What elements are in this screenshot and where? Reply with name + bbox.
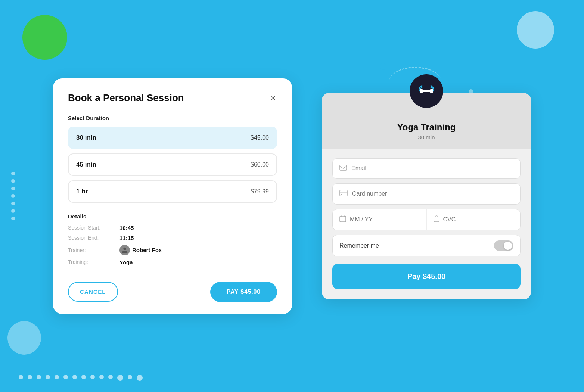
svg-rect-9: [434, 218, 439, 222]
fitness-icon: [417, 84, 436, 99]
expiry-field-wrap: [333, 209, 427, 230]
remember-me-row: Remember me: [332, 235, 521, 256]
card-body: Remember me Pay $45.00: [322, 149, 531, 299]
details-section: Details Session Start: 10:45 Session End…: [68, 213, 277, 265]
card-session-title: Yoga Training: [329, 122, 524, 133]
svg-rect-8: [340, 216, 346, 222]
pay-button-left[interactable]: PAY $45.00: [210, 282, 277, 302]
duration-option-1hr[interactable]: 1 hr $79.99: [68, 180, 277, 203]
detail-row-end: Session End: 11:15: [68, 235, 277, 241]
detail-key-end: Session End:: [68, 235, 117, 241]
card-header: Yoga Training 30 min: [322, 93, 531, 149]
lock-icon: [434, 215, 439, 224]
details-section-label: Details: [68, 213, 277, 220]
bg-blob-green: [22, 15, 67, 60]
remember-me-label: Remember me: [339, 242, 379, 249]
detail-key-start: Session Start:: [68, 225, 117, 231]
bg-blob-light-blue: [7, 321, 41, 355]
trainer-avatar: [119, 245, 130, 255]
payment-card-container: Yoga Training 30 min: [322, 93, 531, 299]
card-icon-wrap: [410, 74, 443, 108]
booking-modal: Book a Personal Session × Select Duratio…: [53, 78, 292, 314]
card-expiry-cvc-row: [332, 209, 521, 230]
email-icon: [339, 165, 347, 172]
detail-val-trainer: Robert Fox: [119, 245, 162, 255]
email-input[interactable]: [351, 165, 513, 172]
main-layout: Book a Personal Session × Select Duratio…: [53, 78, 531, 314]
duration-option-45min[interactable]: 45 min $60.00: [68, 153, 277, 176]
duration-section-label: Select Duration: [68, 115, 277, 121]
arc-dot-left: [380, 63, 386, 70]
side-dots: [11, 172, 15, 220]
toggle-knob: [504, 242, 512, 250]
svg-rect-1: [422, 90, 431, 92]
duration-price-30: $45.00: [251, 134, 269, 141]
card-number-input[interactable]: [352, 190, 513, 197]
duration-label-1hr: 1 hr: [76, 188, 88, 195]
details-grid: Session Start: 10:45 Session End: 11:15 …: [68, 225, 277, 265]
modal-title: Book a Personal Session: [68, 92, 184, 104]
expiry-input[interactable]: [350, 216, 420, 223]
close-button[interactable]: ×: [269, 92, 277, 105]
card-session-sub: 30 min: [329, 134, 524, 140]
detail-row-trainer: Trainer: Robert Fox: [68, 245, 277, 255]
svg-rect-4: [340, 165, 347, 170]
detail-key-trainer: Trainer:: [68, 247, 117, 253]
remember-me-toggle[interactable]: [494, 240, 513, 251]
modal-footer: CANCEL PAY $45.00: [68, 282, 277, 302]
calendar-icon: [339, 215, 346, 224]
pay-button-right[interactable]: Pay $45.00: [332, 264, 521, 289]
duration-price-45: $60.00: [251, 161, 269, 168]
cvc-field-wrap: [427, 209, 521, 230]
cvc-input[interactable]: [443, 216, 514, 223]
email-field-wrap: [332, 158, 521, 179]
modal-header: Book a Personal Session ×: [68, 92, 277, 105]
detail-row-start: Session Start: 10:45: [68, 225, 277, 231]
bottom-dots: [19, 375, 143, 381]
detail-row-training: Training: Yoga: [68, 259, 277, 265]
duration-price-1hr: $79.99: [251, 188, 269, 195]
cancel-button[interactable]: CANCEL: [68, 282, 118, 302]
detail-key-training: Training:: [68, 259, 117, 265]
svg-point-0: [123, 247, 126, 250]
payment-card: Yoga Training 30 min: [322, 93, 531, 299]
duration-option-30min[interactable]: 30 min $45.00: [68, 127, 277, 149]
svg-rect-3: [430, 89, 433, 93]
detail-val-end: 11:15: [119, 235, 134, 241]
bg-blob-white: [517, 11, 554, 49]
duration-label-30: 30 min: [76, 134, 96, 141]
detail-val-training: Yoga: [119, 259, 133, 265]
duration-label-45: 45 min: [76, 161, 96, 168]
card-number-field-wrap: [332, 183, 521, 205]
detail-val-start: 10:45: [119, 225, 134, 231]
svg-rect-6: [340, 192, 347, 193]
svg-rect-7: [341, 194, 342, 195]
svg-rect-2: [420, 89, 423, 93]
card-icon: [339, 190, 348, 198]
